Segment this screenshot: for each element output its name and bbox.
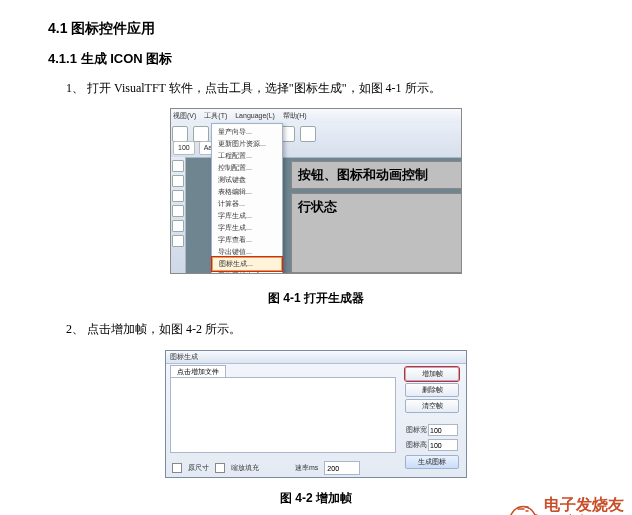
menu-item-icon-generate[interactable]: 图标生成... [212, 257, 282, 271]
dialog-title-bar: 图标生成 [166, 351, 466, 364]
zoom-chip[interactable]: 100 [173, 141, 195, 155]
document-page: 4.1 图标控件应用 4.1.1 生成 ICON 图标 1、 打开 Visual… [0, 0, 632, 515]
toolbar-icon[interactable] [300, 126, 316, 142]
watermark-text: 电子发烧友 [544, 497, 624, 513]
canvas-sub-panel: 行状态 [291, 193, 462, 273]
menu-help[interactable]: 帮助(H) [283, 112, 307, 119]
left-tool-bar [171, 157, 186, 273]
rate-label: 速率ms [295, 463, 318, 473]
canvas-title-panel: 按钮、图标和动画控制 [291, 161, 462, 189]
rate-input[interactable] [324, 461, 360, 475]
side-controls: 增加帧 删除帧 清空帧 图标宽 图标高 生成图标 [402, 365, 462, 471]
menu-item[interactable]: 量产向导... [212, 126, 282, 138]
menu-item[interactable]: 字库查看... [212, 234, 282, 246]
menu-view[interactable]: 视图(V) [173, 112, 196, 119]
tool-icon[interactable] [172, 190, 184, 202]
figure-1-screenshot: 视图(V) 工具(T) Language(L) 帮助(H) 100 Aa [170, 108, 462, 274]
tool-icon[interactable] [172, 205, 184, 217]
step-2-text: 2、 点击增加帧，如图 4-2 所示。 [66, 319, 584, 341]
scale-fill-label: 缩放填充 [231, 463, 259, 473]
frame-list-area[interactable] [170, 377, 396, 453]
icon-width-label: 图标宽 [406, 425, 427, 435]
figure-1: 视图(V) 工具(T) Language(L) 帮助(H) 100 Aa [48, 108, 584, 278]
tool-icon[interactable] [172, 220, 184, 232]
original-size-checkbox[interactable] [172, 463, 182, 473]
watermark-logo-icon [506, 495, 540, 515]
icon-width-input[interactable] [428, 424, 458, 436]
toolbar-icon[interactable] [193, 126, 209, 142]
menu-bar: 视图(V) 工具(T) Language(L) 帮助(H) [171, 109, 461, 124]
menu-item[interactable]: 控制配置... [212, 162, 282, 174]
tool-icon[interactable] [172, 175, 184, 187]
tool-icon[interactable] [172, 160, 184, 172]
toolbar-icon[interactable] [172, 126, 188, 142]
figure-2-caption: 图 4-2 增加帧 [48, 490, 584, 507]
menu-item[interactable]: 测试键盘 [212, 174, 282, 186]
subsection-heading: 4.1.1 生成 ICON 图标 [48, 50, 584, 68]
menu-item[interactable]: 字库生成... [212, 210, 282, 222]
delete-frame-button[interactable]: 删除帧 [405, 383, 459, 397]
tool-icon[interactable] [172, 235, 184, 247]
original-size-label: 原尺寸 [188, 463, 209, 473]
tools-dropdown: 量产向导... 更新图片资源... 工程配置... 控制配置... 测试键盘 表… [211, 123, 283, 274]
figure-1-caption: 图 4-1 打开生成器 [48, 290, 584, 307]
menu-tools[interactable]: 工具(T) [204, 112, 227, 119]
add-frame-button[interactable]: 增加帧 [405, 367, 459, 381]
menu-item[interactable]: 工程配置... [212, 150, 282, 162]
menu-language[interactable]: Language(L) [235, 112, 275, 119]
menu-item[interactable]: 计算器... [212, 198, 282, 210]
dialog-bottom-bar: 原尺寸 缩放填充 速率ms [172, 461, 460, 475]
icon-height-label: 图标高 [406, 440, 427, 450]
icon-height-input[interactable] [428, 439, 458, 451]
menu-item[interactable]: 更新图片资源... [212, 138, 282, 150]
clear-frames-button[interactable]: 清空帧 [405, 399, 459, 413]
watermark: 电子发烧友 www.elecfans.com [506, 495, 624, 515]
scale-fill-checkbox[interactable] [215, 463, 225, 473]
figure-2: 图标生成 点击增加文件 增加帧 删除帧 清空帧 图标宽 图标高 生成图标 [48, 348, 584, 478]
section-heading: 4.1 图标控件应用 [48, 20, 584, 38]
menu-item[interactable]: 字库生成... [212, 222, 282, 234]
menu-item[interactable]: 圆形图标生成... [212, 270, 282, 274]
figure-2-screenshot: 图标生成 点击增加文件 增加帧 删除帧 清空帧 图标宽 图标高 生成图标 [165, 350, 467, 478]
menu-item[interactable]: 表格编辑... [212, 186, 282, 198]
step-1-text: 1、 打开 VisualTFT 软件，点击工具，选择"图标生成"，如图 4-1 … [66, 78, 584, 100]
